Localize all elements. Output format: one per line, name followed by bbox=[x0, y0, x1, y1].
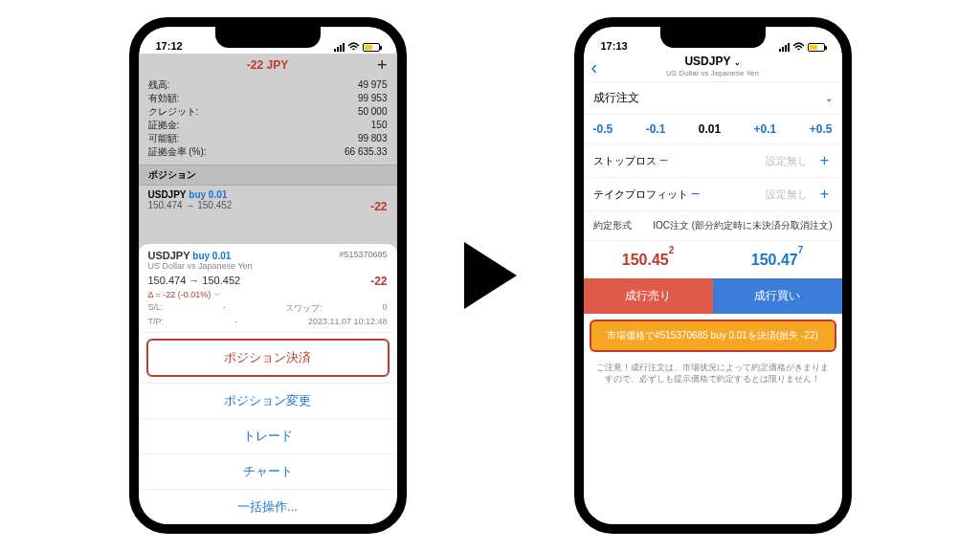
nav-title[interactable]: USDJPY ⌄ US Dollar vs Japanese Yen bbox=[666, 56, 759, 78]
status-icons bbox=[779, 42, 825, 52]
positions-header: ポジション bbox=[139, 165, 397, 186]
order-screen: ‹ USDJPY ⌄ US Dollar vs Japanese Yen 成行注… bbox=[584, 54, 842, 524]
market-buy-button[interactable]: 成行買い bbox=[713, 278, 842, 314]
margin-label: 証拠金: bbox=[148, 119, 180, 132]
credit-value: 50 000 bbox=[358, 105, 388, 119]
phone-right: 17:13 ‹ USDJPY ⌄ US Dollar vs Japanese Y… bbox=[574, 17, 852, 534]
fill-policy-value: IOC注文 (部分約定時に未決済分取消注文) bbox=[632, 219, 833, 232]
credit-label: クレジット: bbox=[148, 105, 199, 119]
battery-icon bbox=[363, 43, 380, 52]
new-order-button[interactable]: + bbox=[377, 55, 388, 76]
sheet-delta[interactable]: Δ = -22 (-0.01%) ﹀ bbox=[148, 288, 388, 300]
volume-value[interactable]: 0.01 bbox=[699, 122, 721, 136]
swap-value: 0 bbox=[382, 302, 387, 315]
position-prices: 150.474 → 150.452 bbox=[148, 200, 233, 213]
step-p01[interactable]: +0.1 bbox=[754, 122, 777, 136]
marginlevel-label: 証拠金率 (%): bbox=[148, 145, 207, 159]
chevron-down-icon: ﹀ bbox=[213, 291, 221, 299]
status-time: 17:13 bbox=[601, 40, 628, 52]
action-sheet: USDJPY buy 0.01 #515370685 US Dollar vs … bbox=[139, 244, 397, 524]
signal-icon bbox=[779, 43, 790, 52]
sheet-menu: ポジション決済 ポジション変更 トレード チャート 一括操作... bbox=[139, 332, 397, 524]
trade-button[interactable]: トレード bbox=[139, 418, 397, 453]
order-type-select[interactable]: 成行注文 ⌄ bbox=[584, 82, 842, 115]
modify-position-button[interactable]: ポジション変更 bbox=[139, 383, 397, 418]
bulk-ops-button[interactable]: 一括操作... bbox=[139, 489, 397, 524]
fill-policy-row: 約定形式 IOC注文 (部分約定時に未決済分取消注文) bbox=[584, 211, 842, 241]
step-m05[interactable]: -0.5 bbox=[593, 122, 613, 136]
takeprofit-row: テイクプロフィット − 設定無し + bbox=[584, 178, 842, 211]
sheet-order-id: #515370685 bbox=[339, 250, 387, 259]
bid-price: 150.452 bbox=[622, 251, 675, 269]
quote-panel: 150.452 150.477 bbox=[584, 241, 842, 278]
sheet-pl: -22 bbox=[370, 275, 387, 288]
market-disclaimer: ご注意！成行注文は、市場状況によって約定価格がきまりますので、必ずしも提示価格で… bbox=[584, 358, 842, 388]
sheet-side: buy 0.01 bbox=[192, 251, 231, 261]
chevron-down-icon: ⌄ bbox=[734, 58, 741, 67]
tp-minus-button[interactable]: − bbox=[688, 186, 703, 203]
sl-label: S/L: bbox=[148, 302, 164, 315]
wifi-icon bbox=[347, 42, 360, 52]
freemargin-label: 可能額: bbox=[148, 132, 180, 145]
arrow-right-icon bbox=[464, 242, 517, 309]
nav-bar: ‹ USDJPY ⌄ US Dollar vs Japanese Yen bbox=[584, 54, 842, 82]
sl-minus-button[interactable]: − bbox=[657, 152, 672, 169]
sl-value: - bbox=[223, 302, 226, 315]
tp-value: - bbox=[234, 317, 237, 326]
equity-label: 有効額: bbox=[148, 92, 180, 105]
battery-icon bbox=[808, 43, 825, 52]
tp-plus-button[interactable]: + bbox=[817, 186, 833, 203]
header-pl: -22 JPY bbox=[247, 58, 288, 72]
sheet-symbol: USDJPY bbox=[148, 250, 190, 261]
status-icons bbox=[334, 42, 380, 52]
position-side: buy 0.01 bbox=[189, 189, 227, 200]
order-type-label: 成行注文 bbox=[593, 90, 639, 106]
close-position-button[interactable]: ポジション決済 bbox=[146, 339, 390, 377]
margin-value: 150 bbox=[371, 119, 388, 132]
step-m01[interactable]: -0.1 bbox=[646, 122, 666, 136]
sheet-header: USDJPY buy 0.01 #515370685 bbox=[148, 250, 388, 261]
stoploss-label: ストップロス bbox=[593, 154, 657, 168]
balance-value: 49 975 bbox=[358, 78, 388, 92]
chart-button[interactable]: チャート bbox=[139, 453, 397, 489]
status-time: 17:12 bbox=[156, 40, 183, 52]
tp-label: T/P: bbox=[148, 317, 165, 326]
nav-subtitle: US Dollar vs Japanese Yen bbox=[666, 68, 759, 78]
stoploss-row: ストップロス − 設定無し + bbox=[584, 144, 842, 178]
tp-value[interactable]: 設定無し bbox=[703, 187, 817, 202]
trade-buttons: 成行売り 成行買い bbox=[584, 278, 842, 314]
screen-left: 17:12 -22 JPY + 残高:49 975 有効額:99 953 クレジ… bbox=[139, 27, 397, 524]
balance-label: 残高: bbox=[148, 78, 170, 92]
chevron-down-icon: ⌄ bbox=[825, 93, 833, 103]
phone-left: 17:12 -22 JPY + 残高:49 975 有効額:99 953 クレジ… bbox=[129, 17, 407, 534]
market-sell-button[interactable]: 成行売り bbox=[584, 278, 713, 314]
swap-label: スワップ: bbox=[285, 302, 323, 315]
timestamp: 2023.11.07 10:12:48 bbox=[308, 317, 388, 326]
signal-icon bbox=[334, 43, 345, 52]
sheet-prices: 150.474 → 150.452 bbox=[148, 275, 241, 288]
volume-stepper: -0.5 -0.1 0.01 +0.1 +0.5 bbox=[584, 115, 842, 144]
screen-right: 17:13 ‹ USDJPY ⌄ US Dollar vs Japanese Y… bbox=[584, 27, 842, 524]
close-with-loss-button[interactable]: 市場価格で#515370685 buy 0.01を決済(損失 -22) bbox=[590, 320, 836, 352]
notch bbox=[215, 27, 321, 48]
equity-value: 99 953 bbox=[358, 92, 388, 105]
position-row[interactable]: USDJPY buy 0.01 150.474 → 150.452 -22 bbox=[139, 186, 397, 217]
position-pl: -22 bbox=[370, 200, 387, 213]
step-p05[interactable]: +0.5 bbox=[810, 122, 833, 136]
sl-plus-button[interactable]: + bbox=[817, 152, 833, 169]
fill-policy-label: 約定形式 bbox=[593, 219, 632, 232]
sl-value[interactable]: 設定無し bbox=[672, 154, 817, 168]
position-symbol: USDJPY bbox=[148, 189, 187, 200]
wifi-icon bbox=[792, 42, 805, 52]
sheet-desc: US Dollar vs Japanese Yen bbox=[148, 261, 388, 271]
trade-tab-bg: -22 JPY + 残高:49 975 有効額:99 953 クレジット:50 … bbox=[139, 54, 397, 524]
ask-price: 150.477 bbox=[751, 251, 804, 269]
back-button[interactable]: ‹ bbox=[591, 56, 598, 78]
freemargin-value: 99 803 bbox=[358, 132, 388, 145]
header: -22 JPY + bbox=[139, 54, 397, 77]
notch bbox=[660, 27, 766, 48]
marginlevel-value: 66 635.33 bbox=[345, 145, 388, 159]
takeprofit-label: テイクプロフィット bbox=[593, 187, 688, 202]
account-summary: 残高:49 975 有効額:99 953 クレジット:50 000 証拠金:15… bbox=[139, 77, 397, 165]
